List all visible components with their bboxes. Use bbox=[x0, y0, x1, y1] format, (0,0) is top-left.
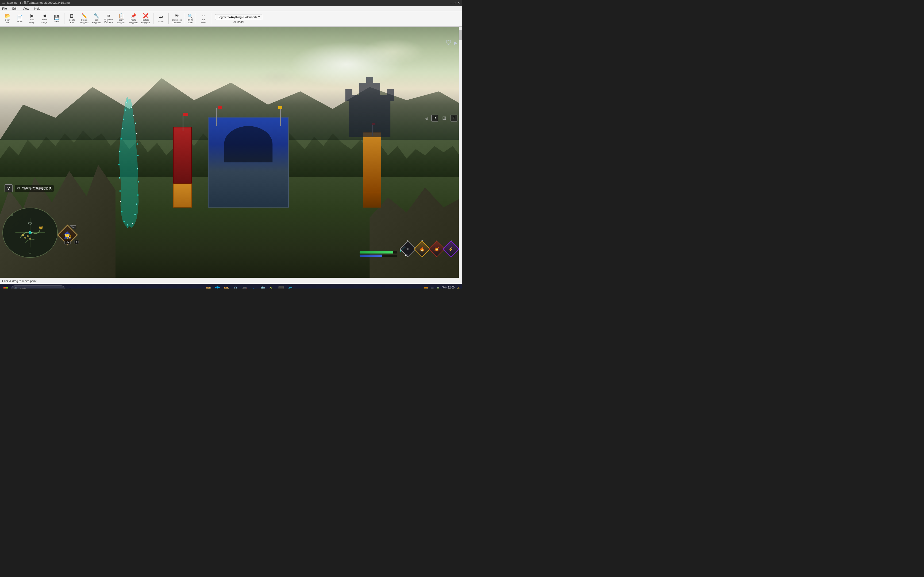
maximize-button[interactable]: □ bbox=[454, 1, 456, 5]
skill-slot-2[interactable]: 2 🔥 bbox=[416, 243, 428, 258]
skill-icon-1: ✦ bbox=[406, 246, 409, 251]
zoom-indicator: 🔍 88 % Zoom bbox=[188, 14, 193, 24]
taskbar-app-files[interactable]: 📂 bbox=[222, 285, 231, 288]
hp-bar bbox=[360, 251, 393, 253]
taskbar-search[interactable]: 🔍 搜索 bbox=[11, 285, 65, 288]
create-polygons-button[interactable]: ✏️ CreatePolygons bbox=[78, 12, 90, 26]
svg-point-4 bbox=[24, 237, 26, 239]
create-polygons-label: CreatePolygons bbox=[80, 19, 89, 24]
player-count: 0/3 bbox=[65, 241, 71, 244]
delete-file-button[interactable]: 🗑 DeleteFile bbox=[66, 12, 78, 26]
hp-bar-container bbox=[360, 251, 397, 253]
svg-point-2 bbox=[29, 231, 32, 234]
minimap-circle: 🛡 👑 🛡 ⊕ ⊕ bbox=[2, 208, 58, 258]
duplicate-polygons-icon: ⧉ bbox=[107, 14, 110, 18]
search-icon: 🔍 bbox=[14, 287, 18, 289]
taskbar-start-button[interactable] bbox=[2, 285, 10, 288]
minimap-bottom-right-icon: ⊕ bbox=[50, 249, 52, 252]
files-icon: 📂 bbox=[223, 286, 229, 288]
segment-dropdown-value: Segment-Anything (Balanced) bbox=[217, 16, 257, 19]
canvas-scrollbar[interactable] bbox=[459, 27, 462, 278]
explorer-icon: 📁 bbox=[205, 286, 211, 288]
hud-r-button[interactable]: R bbox=[431, 114, 438, 121]
skill-slot-3[interactable]: 3 💥 bbox=[430, 243, 443, 258]
taskbar-app-explorer[interactable]: 📁 bbox=[204, 285, 213, 288]
prev-image-button[interactable]: ◀ PrevImage bbox=[39, 12, 50, 26]
hud-top-right: 🛡 ▶ bbox=[446, 39, 457, 46]
open-button[interactable]: 📄 Open bbox=[14, 12, 26, 26]
edit-polygons-button[interactable]: 🔧 EditPolygons bbox=[90, 12, 102, 26]
main-area: 🛡 ▶ ⊕ R ⊞ T V 🛡 与卢肯·布莱特比交谈 bbox=[0, 27, 462, 278]
volume-icon[interactable]: 🔊 bbox=[430, 287, 434, 289]
create-polygons-icon: ✏️ bbox=[81, 13, 87, 18]
paste-polygons-icon: 📌 bbox=[131, 13, 136, 18]
delete-file-icon: 🗑 bbox=[69, 13, 74, 18]
brightness-contrast-button[interactable]: ☀ BrightnessContrast bbox=[170, 12, 183, 26]
duplicate-polygons-button[interactable]: ⧉ DuplicatePolygons bbox=[103, 12, 115, 26]
hud-t-button[interactable]: T bbox=[451, 114, 457, 121]
save-button[interactable]: 💾 Save bbox=[51, 12, 63, 26]
taskbar-app-edge[interactable]: 🌐 bbox=[213, 285, 221, 288]
menu-help[interactable]: Help bbox=[33, 7, 42, 10]
copy-polygons-button[interactable]: 📋 CopyPolygons bbox=[115, 12, 127, 26]
undo-label: Undo bbox=[158, 20, 163, 23]
fit-width-button[interactable]: ↔ FitWidth bbox=[197, 12, 209, 26]
menu-file[interactable]: File bbox=[1, 7, 8, 10]
character-annotation bbox=[111, 97, 148, 227]
save-icon: 💾 bbox=[54, 15, 60, 20]
close-button[interactable]: ✕ bbox=[457, 1, 460, 5]
menu-edit[interactable]: Edit bbox=[11, 7, 18, 10]
taskbar-app-game[interactable]: 🎮 bbox=[241, 285, 249, 288]
taskbar-app-terminal[interactable]: ⬛ bbox=[277, 285, 285, 288]
taskbar-app-python[interactable]: 🐍 bbox=[268, 285, 276, 288]
delete-polygons-button[interactable]: ❌ DeletePolygons bbox=[140, 12, 152, 26]
quest-prompt: V 🛡 与卢肯·布莱特比交谈 bbox=[5, 184, 53, 192]
brightness-contrast-icon: ☀ bbox=[174, 13, 179, 18]
scrollbar-thumb[interactable] bbox=[459, 30, 462, 40]
compass-icon: ⊕ bbox=[425, 116, 428, 121]
skill-icon-4: ⚡ bbox=[448, 246, 454, 251]
taskbar: 🔍 搜索 ⧉ 📁 🌐 📂 🔒 🎮 ● ⚙️ 🐍 ⬛ bbox=[0, 284, 462, 288]
taskbar-apps: 📁 🌐 📂 🔒 🎮 ● ⚙️ 🐍 ⬛ 🏷 bbox=[75, 285, 423, 288]
status-bar: Click & drag to move point bbox=[0, 278, 462, 284]
menu-view[interactable]: View bbox=[22, 7, 30, 10]
settings-icon: ⚙️ bbox=[260, 286, 266, 288]
taskbar-app-security[interactable]: 🔒 bbox=[231, 285, 240, 288]
taskview-button[interactable]: ⧉ bbox=[66, 285, 74, 288]
separator-2 bbox=[153, 13, 153, 24]
notification-icon[interactable]: 🔔 bbox=[456, 287, 460, 289]
battery-icon[interactable]: 🔋 bbox=[436, 287, 440, 289]
undo-button[interactable]: ↩ Undo bbox=[155, 12, 167, 26]
menu-bar: File Edit View Help bbox=[0, 6, 462, 11]
taskbar-app-labelme[interactable]: 🏷 bbox=[286, 285, 294, 288]
minimize-button[interactable]: ─ bbox=[451, 1, 452, 5]
prev-image-icon: ◀ bbox=[43, 14, 46, 18]
next-image-button[interactable]: ▶ NextImage bbox=[26, 12, 38, 26]
brightness-contrast-label: BrightnessContrast bbox=[172, 19, 182, 24]
zoom-label: Zoom bbox=[188, 21, 193, 24]
shield-hud-icon: 🛡 bbox=[446, 39, 452, 46]
paste-polygons-button[interactable]: 📌 PastePolygons bbox=[128, 12, 139, 26]
player-portrait: Tab 🧙 0/3 3 bbox=[60, 227, 92, 258]
player-level-badge: 3 bbox=[74, 240, 79, 244]
segment-dropdown-arrow: ▾ bbox=[258, 15, 260, 19]
separator-4 bbox=[185, 13, 185, 24]
hud-grid-button[interactable]: ⊞ bbox=[441, 114, 448, 121]
network-icon[interactable]: 📶 bbox=[424, 287, 428, 289]
canvas-area[interactable]: 🛡 ▶ ⊕ R ⊞ T V 🛡 与卢肯·布莱特比交谈 bbox=[0, 27, 462, 278]
skill-slot-1[interactable]: 1 ✦ bbox=[401, 243, 414, 258]
segment-dropdown[interactable]: Segment-Anything (Balanced) ▾ bbox=[215, 14, 262, 20]
hud-skills: 🧪 10 1 ✦ bbox=[360, 243, 457, 258]
taskbar-app-blue[interactable]: ● bbox=[249, 285, 258, 288]
edit-polygons-label: EditPolygons bbox=[92, 19, 101, 24]
skill-diamond-3: 💥 bbox=[428, 241, 445, 257]
systray-clock[interactable]: 下午 12:00 2023/9/10 bbox=[442, 286, 454, 289]
svg-rect-10 bbox=[6, 287, 8, 288]
svg-point-3 bbox=[21, 234, 24, 236]
skill-slot-4[interactable]: 4 ⚡ bbox=[444, 243, 457, 258]
next-image-label: NextImage bbox=[29, 18, 35, 24]
open-dir-button[interactable]: 📂 OpenDir bbox=[2, 12, 13, 26]
skill-icon-3: 💥 bbox=[434, 246, 439, 251]
taskbar-app-settings[interactable]: ⚙️ bbox=[258, 285, 267, 288]
open-icon: 📄 bbox=[17, 15, 23, 20]
